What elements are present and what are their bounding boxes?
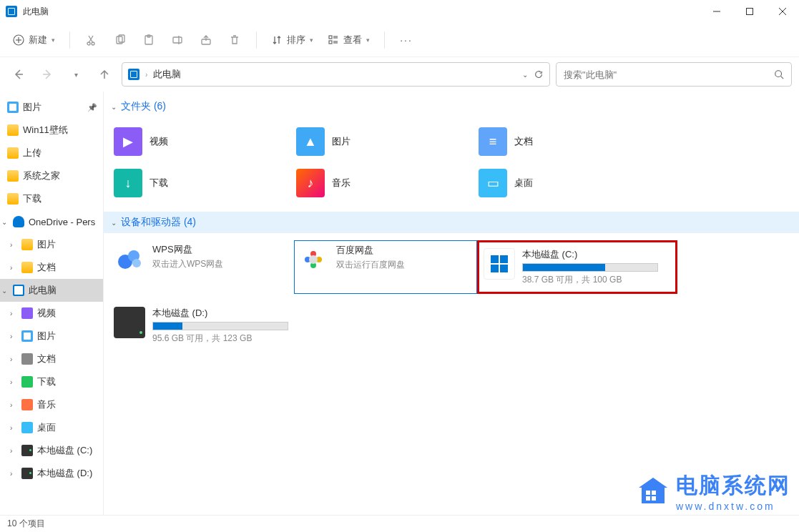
address-bar[interactable]: › 此电脑 ⌄ [122, 62, 550, 87]
window-controls [700, 0, 799, 23]
chevron-right-icon[interactable]: › [10, 378, 17, 386]
chevron-right-icon[interactable]: › [10, 332, 17, 340]
svg-point-26 [132, 259, 141, 267]
sidebar-item[interactable]: ›视频 [0, 302, 103, 325]
sidebar-item[interactable]: ⌄此电脑 [0, 279, 103, 302]
forward-button[interactable] [36, 63, 59, 86]
sidebar-item-label: 上传 [23, 147, 41, 159]
drive-subtitle: 双击进入WPS网盘 [152, 258, 291, 270]
folder-tile[interactable]: ▲图片 [293, 124, 476, 159]
chevron-down-icon[interactable]: ⌄ [1, 287, 9, 295]
pic-icon [21, 330, 33, 342]
sidebar-item[interactable]: ›桌面 [0, 416, 103, 439]
disk-drive-icon [114, 307, 145, 338]
up-button[interactable] [93, 63, 116, 86]
drive-tile[interactable]: WPS网盘双击进入WPS网盘 [111, 240, 294, 294]
folder-tile-label: 图片 [332, 135, 351, 148]
chevron-right-icon[interactable]: › [10, 424, 17, 432]
back-button[interactable] [7, 63, 30, 86]
video-folder-icon: ▶ [114, 127, 142, 156]
sort-button[interactable]: 排序 ▾ [265, 29, 319, 51]
sidebar-item[interactable]: Win11壁纸 [0, 119, 103, 142]
download-icon [21, 376, 33, 388]
download-folder-icon: ↓ [114, 169, 142, 197]
drive-tile[interactable]: 本地磁盘 (D:)95.6 GB 可用，共 123 GB [111, 304, 294, 348]
drive-info: WPS网盘双击进入WPS网盘 [152, 243, 291, 291]
sidebar-item-label: 文档 [37, 261, 56, 274]
chevron-right-icon[interactable]: › [10, 470, 17, 478]
more-button[interactable]: ··· [393, 27, 419, 53]
folder-tile[interactable]: ≡文档 [476, 124, 658, 159]
search-icon [774, 69, 784, 79]
chevron-down-icon: ⌄ [111, 103, 117, 111]
sidebar-item[interactable]: 上传 [0, 142, 103, 164]
folders-section-header[interactable]: ⌄ 文件夹 (6) [104, 96, 799, 117]
close-button[interactable] [766, 0, 799, 23]
maximize-button[interactable] [733, 0, 766, 23]
music-folder-icon: ♪ [296, 169, 325, 197]
search-input[interactable] [564, 69, 774, 80]
chevron-right-icon[interactable]: › [10, 355, 17, 363]
search-bar[interactable] [556, 62, 792, 87]
sidebar-item-label: 下载 [37, 375, 56, 388]
recent-button[interactable]: ▾ [64, 63, 87, 86]
chevron-right-icon[interactable]: › [10, 401, 17, 409]
drives-section-header[interactable]: ⌄ 设备和驱动器 (4) [104, 212, 799, 233]
sidebar-item[interactable]: ›本地磁盘 (C:) [0, 439, 103, 462]
sidebar-item[interactable]: ›下载 [0, 370, 103, 393]
folder-tile[interactable]: ▭桌面 [476, 166, 658, 200]
svg-point-7 [87, 42, 90, 45]
chevron-right-icon[interactable]: › [10, 310, 17, 317]
folder-tile[interactable]: ↓下载 [111, 166, 293, 200]
folder-tile[interactable]: ▶视频 [111, 124, 293, 159]
onedrive-icon [13, 216, 24, 227]
cut-button[interactable] [79, 27, 104, 53]
sidebar-item[interactable]: ›音乐 [0, 393, 103, 416]
separator [69, 31, 70, 49]
sidebar-item-label: 音乐 [37, 398, 56, 411]
drives-grid: WPS网盘双击进入WPS网盘百度网盘双击运行百度网盘本地磁盘 (C:)38.7 … [104, 233, 799, 355]
content-pane: ⌄ 文件夹 (6) ▶视频▲图片≡文档↓下载♪音乐▭桌面 ⌄ 设备和驱动器 (4… [104, 92, 799, 515]
sidebar-item[interactable]: ›文档 [0, 256, 103, 279]
breadcrumb-text[interactable]: 此电脑 [153, 68, 181, 81]
sidebar-item[interactable]: ⌄OneDrive - Pers [0, 210, 103, 233]
drive-tile[interactable]: 本地磁盘 (C:)38.7 GB 可用，共 100 GB [477, 240, 677, 294]
chevron-right-icon[interactable]: › [10, 264, 17, 272]
minimize-button[interactable] [700, 0, 733, 23]
sidebar-item[interactable]: 图片📌 [0, 96, 103, 119]
video-icon [21, 307, 33, 319]
sidebar-item[interactable]: ›文档 [0, 348, 103, 370]
chevron-down-icon[interactable]: ⌄ [522, 71, 528, 79]
folders-header-text: 文件夹 (6) [121, 100, 166, 113]
sidebar-item-label: 图片 [37, 238, 56, 251]
sidebar-item[interactable]: 系统之家 [0, 164, 103, 187]
delete-button[interactable] [222, 27, 247, 53]
sidebar-item[interactable]: ›图片 [0, 325, 103, 348]
window-title: 此电脑 [23, 6, 49, 18]
svg-rect-36 [646, 491, 650, 495]
sidebar-item-label: 本地磁盘 (D:) [37, 467, 92, 480]
chevron-down-icon: ▾ [52, 36, 55, 44]
rename-button[interactable] [165, 27, 190, 53]
new-button[interactable]: 新建 ▾ [7, 29, 61, 51]
sidebar-item[interactable]: 下载 [0, 187, 103, 210]
sidebar-item-label: 文档 [37, 353, 56, 365]
chevron-right-icon[interactable]: › [10, 447, 17, 455]
watermark-title: 电脑系统网 [676, 471, 790, 501]
paste-button[interactable] [136, 27, 162, 53]
sidebar-item-label: 图片 [37, 330, 56, 343]
sidebar-item[interactable]: ›本地磁盘 (D:) [0, 462, 103, 485]
svg-rect-35 [500, 265, 508, 272]
copy-button[interactable] [107, 27, 133, 53]
chevron-down-icon[interactable]: ⌄ [1, 218, 9, 226]
drive-name: 百度网盘 [336, 244, 474, 257]
share-button[interactable] [193, 27, 219, 53]
folder-tile[interactable]: ♪音乐 [293, 166, 476, 200]
view-button[interactable]: 查看 ▾ [322, 29, 376, 51]
refresh-icon[interactable] [534, 69, 544, 79]
drive-tile[interactable]: 百度网盘双击运行百度网盘 [294, 240, 477, 294]
chevron-right-icon[interactable]: › [10, 241, 17, 249]
sidebar-item[interactable]: ›图片 [0, 233, 103, 256]
status-text: 10 个项目 [7, 518, 45, 530]
doc-folder-icon: ≡ [479, 127, 507, 156]
